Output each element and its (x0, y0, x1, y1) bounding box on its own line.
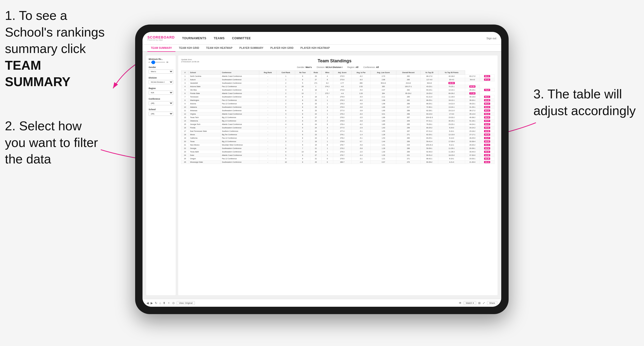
sign-out-link[interactable]: Sign out (486, 37, 496, 40)
cell-25-5: 8 (295, 161, 310, 164)
filter-conference-select[interactable]: (All) (149, 101, 173, 105)
score-badge: 89.11 (484, 75, 490, 77)
cell-0-8: 273.5 (333, 75, 351, 78)
share-icon-left[interactable]: ⬆ (163, 301, 165, 305)
cell-6-12: 61-21-0 (421, 95, 438, 99)
cell-1-7: 6 (322, 78, 333, 81)
grid-icon[interactable]: ⊞ (478, 301, 480, 305)
cell-18-7: 2 (322, 137, 333, 140)
score-badge: 46.95 (484, 140, 490, 143)
cell-22-2: Southeastern Conference (221, 150, 259, 154)
cell-24-4: 5 (276, 157, 295, 161)
tab-team-h2h-grid[interactable]: TEAM H2H GRID (176, 45, 203, 52)
min-rank-slider[interactable] (150, 62, 165, 63)
tab-player-summary[interactable]: PLAYER SUMMARY (236, 45, 267, 52)
tab-team-summary[interactable]: TEAM SUMMARY (148, 45, 176, 52)
cell-18-6: 24 (310, 137, 322, 140)
cell-21-1: Georgia (189, 147, 220, 150)
cell-11-10: 3.01 (370, 112, 396, 116)
share-btn[interactable]: Share (487, 301, 497, 305)
cell-6-3: - (259, 95, 277, 99)
cell-2-9: 269 (351, 81, 370, 85)
cell-15-11: 258 (396, 126, 421, 130)
home-icon[interactable]: ⌂ (159, 301, 161, 305)
cell-16-14: 23-18-2 (465, 130, 480, 133)
cell-4-11: 262 (396, 88, 421, 92)
filter-school-select[interactable]: (All) (149, 112, 173, 116)
clock-icon[interactable]: ⊙ (172, 301, 175, 305)
cell-0-3: - (259, 75, 277, 78)
cell-16-11: 267 (396, 130, 421, 133)
col-overall-record: Overall Record (396, 71, 421, 75)
cell-23-4: 5 (276, 154, 295, 157)
table-row: 1North CarolinaAtlantic Coast Conference… (181, 75, 494, 78)
col-vs-top-25: Vs Top 25 (421, 71, 438, 75)
main-nav: TOURNAMENTS TEAMS COMMITTEE (182, 36, 486, 40)
nav-teams[interactable]: TEAMS (214, 36, 225, 40)
back-icon[interactable]: ◀ (146, 301, 149, 305)
tab-team-h2h-heatmap[interactable]: TEAM H2H HEATMAP (203, 45, 236, 52)
cell-9-3: - (259, 106, 277, 109)
resize-icon[interactable]: ⤢ (482, 301, 485, 305)
cell-15-12: 80-25-2 (421, 126, 438, 130)
filter-conference: Conference (All) (149, 98, 173, 105)
cell-10-2: Southeastern Conference (221, 109, 259, 112)
cell-5-10: 264 (370, 92, 396, 95)
cell-16-12: 87-21-2 (421, 130, 438, 133)
tab-player-h2h-heatmap[interactable]: PLAYER H2H HEATMAP (297, 45, 333, 52)
cell-21-2: Southeastern Conference (221, 147, 259, 150)
filter-region-select[interactable]: N/A Northeast South Midwest West (149, 91, 173, 95)
instruction-3: 3. The table will adjust accordingly (534, 86, 637, 119)
cell-6-2: Southeastern Conference (221, 95, 259, 99)
cell-6-13: 11-19-0 (438, 95, 465, 99)
cell-21-0: 22 (181, 147, 189, 150)
cell-9-9: -3.6 (351, 106, 370, 109)
score-badge: 60.04 (484, 106, 490, 108)
cell-15-1: Florida (189, 126, 220, 130)
cell-16-7: 5 (322, 130, 333, 133)
cell-17-7: 1 (322, 133, 333, 137)
cell-18-11: 260 (396, 137, 421, 140)
score-badge: 45.34 (484, 134, 490, 136)
cell-7-8: 276.3 (333, 99, 351, 102)
cell-25-11: 270 (396, 161, 421, 164)
cell-11-9: -6.0 (351, 112, 370, 116)
add-tab-icon[interactable]: ＋ (167, 301, 170, 305)
cell-18-0: 19 (181, 137, 189, 140)
cell-15-2: Southeastern Conference (221, 126, 259, 130)
nav-committee[interactable]: COMMITTEE (232, 36, 251, 40)
cell-18-13: 9-14-0 (438, 137, 465, 140)
cell-4-7: 1 (322, 88, 333, 92)
filter-division-select[interactable]: NCAA Division I NCAA Division II NCAA Di… (149, 80, 173, 84)
cell-0-6: 23 (310, 75, 322, 78)
cell-5-4: 2 (276, 92, 295, 95)
cell-9-2: Southeastern Conference (221, 106, 259, 109)
cell-17-1: Illinois (189, 133, 220, 137)
watch-btn[interactable]: Watch ▾ (464, 301, 476, 305)
cell-23-7: 1 (322, 154, 333, 157)
bottom-toolbar: ◀ ▶ ↻ ⌂ ⬆ ＋ ⊙ View: Original 👁 Watch ▾ ⊞… (142, 299, 501, 307)
nav-tournaments[interactable]: TOURNAMENTS (182, 36, 206, 40)
cell-25-14: 21-30-0 (465, 161, 480, 164)
cell-24-5: 9 (295, 157, 310, 161)
cell-7-0: 8 (181, 99, 189, 102)
cell-25-2: Southeastern Conference (221, 161, 259, 164)
cell-16-9: -5.1 (351, 130, 370, 133)
forward-icon[interactable]: ▶ (150, 301, 153, 305)
filter-gender-select[interactable]: Men's Women's (149, 69, 173, 74)
col-conf-rank: Conf Rank (276, 71, 295, 75)
tab-player-h2h-grid[interactable]: PLAYER H2H GRID (267, 45, 297, 52)
toolbar-left: ◀ ▶ ↻ ⌂ ⬆ ＋ ⊙ View: Original (146, 301, 195, 305)
cell-7-14: 39-20-1 (465, 99, 480, 102)
cell-6-7: 2 (322, 95, 333, 99)
view-original-btn[interactable]: View: Original (177, 301, 194, 305)
cell-12-14: 40-38-2 (465, 116, 480, 119)
cell-14-14: 44-24-1 (465, 123, 480, 126)
cell-22-10: 1.30 (370, 150, 396, 154)
sub-nav: TEAM SUMMARY TEAM H2H GRID TEAM H2H HEAT… (142, 45, 501, 52)
cell-9-13: 13-24-1 (438, 106, 465, 109)
cell-0-0: 1 (181, 75, 189, 78)
cell-12-8: 276.0 (333, 116, 351, 119)
cell-17-6: 23 (310, 133, 322, 137)
reload-icon[interactable]: ↻ (155, 301, 157, 305)
